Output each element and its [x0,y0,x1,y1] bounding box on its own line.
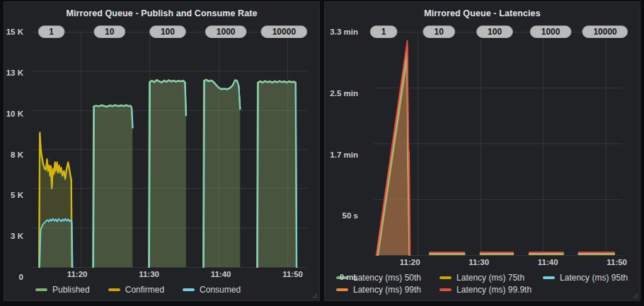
annotation-pill[interactable]: 1000 [205,25,247,38]
x-tick-label: 11:30 [132,270,167,278]
legend-series-label: Published [52,285,90,295]
annotation-pill[interactable]: 1000 [530,25,572,38]
annotation-pill[interactable]: 10000 [582,25,628,38]
legend-series-label: Latency (ms) 50th [353,273,421,283]
annotation-pill[interactable]: 10 [422,25,454,38]
legend-series-color-dash [543,276,555,279]
y-tick-label: 10 K [6,110,23,118]
panel-publish-consume-rate: Mirrored Queue - Publish and Consume Rat… [4,1,320,301]
legend-item[interactable]: Consumed [183,285,241,295]
legend-series-label: Consumed [200,285,241,295]
x-tick-label: 11:50 [599,258,635,266]
legend-row: Latency (ms) 99thLatency (ms) 99.9th [336,285,636,295]
annotation-pill[interactable]: 100 [476,25,513,38]
legend-series-label: Latency (ms) 99.9th [456,285,531,295]
legend-series-label: Latency (ms) 75th [456,273,524,283]
legend-item[interactable]: Latency (ms) 75th [439,273,524,283]
legend-series-label: Latency (ms) 99th [353,285,421,295]
legend-item[interactable]: Latency (ms) 99.9th [439,285,531,295]
y-tick-label: 1.7 min [330,151,358,159]
annotation-pill[interactable]: 10 [93,25,125,38]
legend-item[interactable]: Latency (ms) 99th [336,285,421,295]
x-axis: 11:2011:3011:4011:50 [27,270,314,281]
chart-area: 3.3 min2.5 min1.7 min50 s0 ms 1101001000… [325,32,640,255]
x-tick-label: 11:30 [461,258,497,266]
x-tick-label: 11:20 [59,270,95,278]
x-tick-label: 11:20 [392,258,427,266]
annotation-pill[interactable]: 100 [149,25,186,38]
y-tick-label: 15 K [6,28,23,36]
x-axis: 11:2011:3011:4011:50 [362,258,634,269]
annotation-pill[interactable]: 10000 [261,25,307,38]
panel-latencies: Mirrored Queue - Latencies 3.3 min2.5 mi… [324,1,640,301]
legend-row: PublishedConfirmedConsumed [35,285,315,295]
legend-item[interactable]: Latency (ms) 95th [543,273,628,283]
panel-title[interactable]: Mirrored Queue - Latencies [325,6,640,20]
chart-area: 15 K13 K10 K8 K5 K3 K0 110100100010000 [4,32,319,267]
legend-series-label: Latency (ms) 95th [560,273,628,283]
legend: PublishedConfirmedConsumed [4,281,319,300]
legend: Latency (ms) 50thLatency (ms) 75thLatenc… [325,269,640,300]
legend-series-label: Confirmed [125,285,164,295]
legend-series-color-dash [35,288,47,291]
panel-title[interactable]: Mirrored Queue - Publish and Consume Rat… [4,6,319,20]
legend-series-color-dash [336,288,348,291]
chart-canvas [362,32,634,255]
y-tick-label: 5 K [11,191,23,199]
dashboard: Mirrored Queue - Publish and Consume Rat… [0,0,644,306]
annotation-pill[interactable]: 1 [38,25,65,38]
x-tick-label: 11:40 [203,270,238,278]
chart-plot[interactable]: 110100100010000 [27,32,314,267]
y-tick-label: 50 s [343,211,358,220]
y-axis: 3.3 min2.5 min1.7 min50 s0 ms [325,32,362,255]
y-tick-label: 2.5 min [330,89,358,98]
y-tick-label: 13 K [6,69,23,77]
legend-series-color-dash [108,288,120,291]
y-tick-label: 3 K [11,232,23,240]
y-axis: 15 K13 K10 K8 K5 K3 K0 [4,32,27,267]
legend-row: Latency (ms) 50thLatency (ms) 75thLatenc… [336,273,636,283]
chart-plot[interactable]: 110100100010000 [362,32,634,255]
legend-series-color-dash [183,288,195,291]
y-tick-label: 0 ms [340,273,358,281]
legend-item[interactable]: Confirmed [108,285,164,295]
x-tick-label: 11:40 [530,258,565,266]
annotation-pill[interactable]: 1 [370,25,398,38]
legend-item[interactable]: Published [35,285,90,295]
y-tick-label: 0 [19,273,23,281]
y-tick-label: 3.3 min [330,28,358,36]
chart-canvas [27,32,314,267]
legend-series-color-dash [439,276,452,279]
y-tick-label: 8 K [11,151,23,159]
x-tick-label: 11:50 [275,270,311,278]
legend-series-color-dash [439,288,452,291]
